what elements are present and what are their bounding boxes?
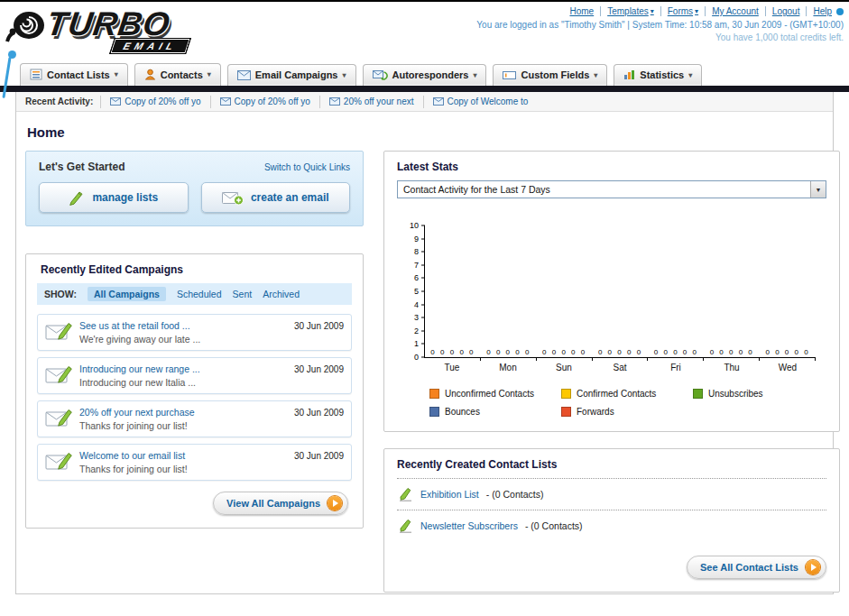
campaign-title-link[interactable]: Introducing our new range ... <box>79 363 287 374</box>
x-axis-label: Fri <box>648 363 704 372</box>
recent-activity-item[interactable]: Copy of 20% off yo <box>210 96 319 108</box>
content-inner: Home Let's Get Started Switch to Quick L… <box>16 112 833 593</box>
tab-label: Statistics <box>640 69 684 80</box>
tab-label: Email Campaigns <box>255 69 338 80</box>
switch-quick-links-link[interactable]: Switch to Quick Links <box>264 162 350 172</box>
top-link-logout[interactable]: Logout <box>765 6 800 16</box>
content-frame: Recent Activity: Copy of 20% off yo Copy… <box>15 92 834 594</box>
campaign-subtitle: We're giving away our late ... <box>79 334 287 345</box>
dropdown-arrow-icon: ▾ <box>651 7 654 15</box>
arrow-circle-icon <box>328 496 342 510</box>
recent-activity-text: Copy of Welcome to <box>448 97 529 106</box>
filter-scheduled[interactable]: Scheduled <box>177 289 222 299</box>
recent-activity-item[interactable]: Copy of 20% off yo <box>100 96 209 108</box>
campaign-envelope-icon <box>45 450 72 472</box>
campaign-date: 30 Jun 2009 <box>294 451 344 461</box>
custom-fields-icon <box>503 70 516 80</box>
value-labels: 0 0 0 0 0 <box>481 348 537 356</box>
create-email-button[interactable]: create an email <box>201 182 351 213</box>
y-tick-mark <box>421 291 425 292</box>
dropdown-arrow-icon: ▾ <box>695 7 698 15</box>
y-tick-label: 6 <box>414 274 419 282</box>
campaign-subtitle: Thanks for joining our list! <box>79 464 287 474</box>
tab-autoresponders[interactable]: Autoresponders ▾ <box>363 64 487 86</box>
recent-activity-text: Copy of 20% off yo <box>235 97 310 106</box>
value-labels: 0 0 0 0 0 <box>760 348 816 356</box>
y-tick-label: 2 <box>414 326 419 335</box>
recent-activity-item[interactable]: Copy of Welcome to <box>423 96 538 108</box>
tab-contacts[interactable]: Contacts ▾ <box>134 63 221 86</box>
contact-list-link[interactable]: Newsletter Subscribers <box>420 520 518 531</box>
y-tick-mark <box>421 304 425 305</box>
legend-label: Forwards <box>577 407 614 417</box>
legend-label: Unconfirmed Contacts <box>445 389 534 399</box>
main-nav: Contact Lists ▾ Contacts ▾ Email Campaig… <box>0 56 849 86</box>
get-started-title: Let's Get Started <box>39 161 125 173</box>
campaign-title-link[interactable]: 20% off your next purchase <box>79 407 287 418</box>
left-column: Let's Get Started Switch to Quick Links … <box>25 151 364 593</box>
y-tick-label: 4 <box>414 300 419 308</box>
campaign-envelope-icon <box>45 320 72 342</box>
recent-activity-item[interactable]: 20% off your next <box>319 96 423 108</box>
chart-day-labels: TueMonSunSatFriThuWed <box>424 363 816 372</box>
top-link-help[interactable]: Help <box>806 6 832 16</box>
top-link-templates[interactable]: Templates▾ <box>600 6 654 16</box>
chart-group: 0 0 0 0 0 <box>648 225 704 357</box>
stats-period-select[interactable]: Contact Activity for the Last 7 Days ▼ <box>397 180 826 198</box>
campaign-envelope-icon <box>45 363 72 385</box>
legend-swatch <box>561 407 571 417</box>
contact-list-detail: - (0 Contacts) <box>486 489 544 500</box>
dropdown-arrow-icon: ▾ <box>208 70 211 78</box>
envelope-icon <box>220 97 231 106</box>
top-link-home[interactable]: Home <box>569 6 594 16</box>
contact-lists-panel-title: Recently Created Contact Lists <box>397 458 826 479</box>
filter-archived[interactable]: Archived <box>263 289 300 299</box>
top-link-forms[interactable]: Forms▾ <box>660 6 698 16</box>
chart-group: 0 0 0 0 0 <box>760 225 816 357</box>
tab-contact-lists[interactable]: Contact Lists ▾ <box>20 63 128 86</box>
filter-all-campaigns[interactable]: All Campaigns <box>88 287 166 301</box>
value-labels: 0 0 0 0 0 <box>425 348 481 356</box>
campaign-subtitle: Thanks for joining our list! <box>79 420 287 431</box>
dropdown-arrow-icon: ▾ <box>688 71 692 79</box>
x-axis-label: Thu <box>704 363 760 372</box>
contact-list-row: Exhibition List - (0 Contacts) <box>397 479 826 510</box>
x-axis-label: Tue <box>424 363 480 372</box>
view-all-campaigns-label: View All Campaigns <box>226 498 320 509</box>
legend-label: Bounces <box>445 407 480 417</box>
legend-swatch <box>693 389 703 399</box>
campaign-row: 20% off your next purchase Thanks for jo… <box>37 400 352 437</box>
y-tick-mark <box>421 225 425 226</box>
filter-sent[interactable]: Sent <box>233 289 253 299</box>
x-axis-label: Wed <box>760 363 816 372</box>
legend-swatch <box>561 389 571 399</box>
top-link-my-account[interactable]: My Account <box>705 6 759 16</box>
contacts-icon <box>144 69 156 80</box>
show-label: SHOW: <box>44 289 77 299</box>
see-all-contact-lists-button[interactable]: See All Contact Lists <box>687 556 826 579</box>
tab-email-campaigns[interactable]: Email Campaigns ▾ <box>227 64 356 86</box>
chart-legend: Unconfirmed ContactsConfirmed ContactsUn… <box>429 389 826 417</box>
x-axis-label: Sun <box>536 363 592 372</box>
chart-plot: 0 0 0 0 00 0 0 0 00 0 0 0 00 0 0 0 00 0 … <box>424 225 816 358</box>
campaign-date: 30 Jun 2009 <box>294 364 344 374</box>
view-all-campaigns-button[interactable]: View All Campaigns <box>213 492 348 515</box>
contact-list-row: Newsletter Subscribers - (0 Contacts) <box>397 510 826 541</box>
snail-icon <box>5 7 47 45</box>
tab-custom-fields[interactable]: Custom Fields ▾ <box>493 64 607 86</box>
tab-label: Contacts <box>161 69 203 80</box>
y-tick-mark <box>421 278 425 279</box>
header: TURBO EMAIL Home Templates▾ Forms▾ My Ac… <box>0 2 849 56</box>
campaign-title-link[interactable]: See us at the retail food ... <box>79 320 287 331</box>
y-tick-mark <box>421 357 425 358</box>
campaign-title-link[interactable]: Welcome to our email list <box>79 450 287 461</box>
chart-group: 0 0 0 0 0 <box>704 225 760 357</box>
envelope-plus-icon <box>222 190 244 206</box>
recent-activity-text: 20% off your next <box>344 97 414 106</box>
tab-statistics[interactable]: Statistics ▾ <box>614 64 702 86</box>
y-tick-label: 3 <box>414 314 419 322</box>
x-axis-label: Mon <box>480 363 536 372</box>
y-tick-label: 8 <box>414 248 419 256</box>
contact-list-link[interactable]: Exhibition List <box>420 489 479 500</box>
manage-lists-button[interactable]: manage lists <box>39 182 189 213</box>
